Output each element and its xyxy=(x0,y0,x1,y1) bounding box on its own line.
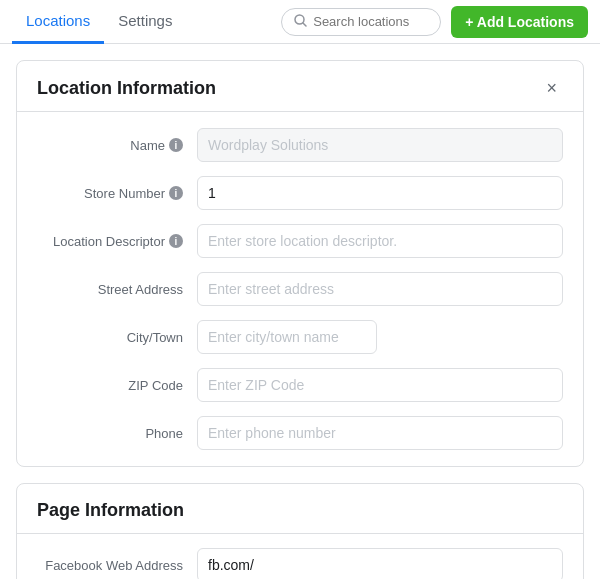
location-info-title: Location Information xyxy=(37,78,216,99)
page-info-title: Page Information xyxy=(37,500,184,521)
svg-line-1 xyxy=(303,23,306,26)
page-wrapper: Locations Settings + Add Locations Locat… xyxy=(0,0,600,579)
location-descriptor-label: Location Descriptor i xyxy=(37,234,197,249)
name-input[interactable] xyxy=(197,128,563,162)
tab-locations[interactable]: Locations xyxy=(12,0,104,44)
search-box xyxy=(281,8,441,36)
name-info-icon[interactable]: i xyxy=(169,138,183,152)
search-icon xyxy=(294,14,307,30)
street-address-label: Street Address xyxy=(37,282,197,297)
page-info-header: Page Information xyxy=(17,484,583,534)
page-info-form: Facebook Web Address xyxy=(17,534,583,579)
main-content: Location Information × Name i St xyxy=(0,44,600,579)
name-label: Name i xyxy=(37,138,197,153)
location-descriptor-info-icon[interactable]: i xyxy=(169,234,183,248)
location-descriptor-input[interactable] xyxy=(197,224,563,258)
facebook-web-address-input[interactable] xyxy=(197,548,563,579)
tab-settings[interactable]: Settings xyxy=(104,0,186,44)
store-number-info-icon[interactable]: i xyxy=(169,186,183,200)
city-town-input[interactable] xyxy=(197,320,377,354)
phone-row: Phone xyxy=(37,416,563,450)
page-info-panel: Page Information Facebook Web Address Ca… xyxy=(16,483,584,579)
store-number-input[interactable] xyxy=(197,176,563,210)
phone-label: Phone xyxy=(37,426,197,441)
add-locations-button[interactable]: + Add Locations xyxy=(451,6,588,38)
store-number-row: Store Number i xyxy=(37,176,563,210)
location-descriptor-row: Location Descriptor i xyxy=(37,224,563,258)
street-address-input[interactable] xyxy=(197,272,563,306)
facebook-web-address-label: Facebook Web Address xyxy=(37,558,197,573)
street-address-row: Street Address xyxy=(37,272,563,306)
zip-code-input[interactable] xyxy=(197,368,563,402)
panel-header: Location Information × xyxy=(17,61,583,112)
name-row: Name i xyxy=(37,128,563,162)
close-icon: × xyxy=(546,78,557,98)
facebook-web-address-row: Facebook Web Address xyxy=(37,548,563,579)
city-town-label: City/Town xyxy=(37,330,197,345)
top-nav: Locations Settings + Add Locations xyxy=(0,0,600,44)
store-number-label: Store Number i xyxy=(37,186,197,201)
search-input[interactable] xyxy=(313,14,428,29)
zip-code-row: ZIP Code xyxy=(37,368,563,402)
zip-code-label: ZIP Code xyxy=(37,378,197,393)
location-form: Name i Store Number i Location D xyxy=(17,112,583,466)
city-town-row: City/Town xyxy=(37,320,563,354)
phone-input[interactable] xyxy=(197,416,563,450)
location-info-panel: Location Information × Name i St xyxy=(16,60,584,467)
close-button[interactable]: × xyxy=(540,77,563,99)
